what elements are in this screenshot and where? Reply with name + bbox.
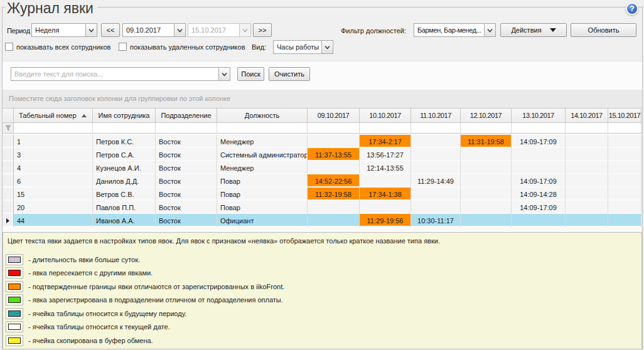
employee-number-cell[interactable]: 44 bbox=[14, 214, 93, 227]
employee-name-cell[interactable]: Павлов П.П. bbox=[93, 201, 156, 214]
attendance-cell[interactable] bbox=[411, 148, 461, 161]
attendance-cell[interactable]: 14:09-17:09 bbox=[512, 174, 566, 188]
attendance-cell[interactable] bbox=[566, 201, 608, 214]
filter-cell[interactable] bbox=[156, 123, 217, 133]
employee-department-cell[interactable]: Восток bbox=[156, 174, 217, 188]
filter-cell[interactable] bbox=[308, 123, 360, 133]
employee-position-cell[interactable]: Повар bbox=[217, 174, 308, 188]
employee-number-cell[interactable]: 6 bbox=[14, 174, 93, 188]
date-from-select[interactable]: 09.10.2017 bbox=[122, 23, 186, 37]
filter-cell[interactable] bbox=[217, 123, 308, 133]
filter-cell[interactable] bbox=[608, 123, 641, 133]
date-from-dropdown[interactable] bbox=[174, 24, 185, 36]
attendance-cell[interactable] bbox=[461, 201, 512, 214]
clear-button[interactable]: Очистить bbox=[269, 67, 310, 81]
employee-row[interactable]: 3Петров С.А.ВостокСистемный администрато… bbox=[3, 148, 641, 161]
attendance-cell[interactable] bbox=[608, 201, 641, 214]
filter-cell[interactable] bbox=[360, 123, 411, 133]
attendance-cell[interactable] bbox=[308, 201, 360, 214]
view-select[interactable]: Часы работы bbox=[273, 40, 333, 54]
attendance-cell[interactable] bbox=[566, 148, 608, 161]
attendance-cell[interactable] bbox=[308, 135, 360, 148]
filter-cell[interactable] bbox=[93, 123, 156, 133]
attendance-cell[interactable] bbox=[308, 161, 360, 174]
employee-name-cell[interactable]: Данилов Д.Д. bbox=[93, 174, 156, 188]
attendance-cell[interactable] bbox=[411, 188, 461, 201]
attendance-cell[interactable]: 11:31-19:58 bbox=[461, 135, 512, 148]
attendance-cell[interactable] bbox=[411, 201, 461, 214]
attendance-cell[interactable]: 14:09-17:09 bbox=[512, 201, 566, 214]
employee-number-cell[interactable]: 15 bbox=[14, 188, 93, 201]
employee-row[interactable]: 4Кузнецов А.И.ВостокМенеджер12:14-13:55 bbox=[3, 161, 641, 174]
attendance-cell[interactable] bbox=[608, 135, 641, 148]
attendance-cell[interactable]: 14:52-22:56 bbox=[308, 174, 360, 188]
filter-cell[interactable] bbox=[566, 123, 608, 133]
employee-row[interactable]: 1Петров К.С.ВостокМенеджер17:34-2:1711:3… bbox=[3, 135, 641, 148]
search-button[interactable]: Поиск bbox=[237, 67, 264, 81]
employee-number-cell[interactable]: 4 bbox=[14, 161, 93, 174]
attendance-cell[interactable] bbox=[308, 214, 360, 227]
attendance-cell[interactable]: 10:30-11:17 bbox=[411, 214, 461, 227]
employee-name-cell[interactable]: Кузнецов А.И. bbox=[93, 161, 156, 174]
attendance-cell[interactable]: 12:14-13:55 bbox=[360, 161, 411, 174]
column-header[interactable]: 13.10.2017 bbox=[512, 109, 566, 122]
employee-name-cell[interactable]: Ветров С.В. bbox=[93, 188, 156, 201]
filter-cell[interactable] bbox=[512, 123, 566, 133]
help-icon[interactable]: ? bbox=[626, 3, 638, 15]
employee-position-cell[interactable]: Повар bbox=[217, 201, 308, 214]
employee-department-cell[interactable]: Восток bbox=[156, 148, 217, 161]
attendance-cell[interactable] bbox=[360, 201, 411, 214]
attendance-cell[interactable] bbox=[608, 161, 641, 174]
attendance-cell[interactable] bbox=[461, 214, 512, 227]
employee-department-cell[interactable]: Восток bbox=[156, 188, 217, 201]
employee-department-cell[interactable]: Восток bbox=[156, 201, 217, 214]
employee-row[interactable]: 20Павлов П.П.ВостокПовар14:09-17:09 bbox=[3, 201, 641, 214]
next-period-button[interactable]: >> bbox=[253, 23, 272, 37]
filter-cell[interactable] bbox=[461, 123, 512, 133]
position-filter-dropdown[interactable] bbox=[484, 24, 495, 36]
attendance-cell[interactable] bbox=[608, 174, 641, 188]
column-header[interactable]: Табельный номер bbox=[14, 109, 93, 122]
search-input[interactable]: Введите текст для поиска... bbox=[11, 67, 230, 81]
column-header[interactable]: 12.10.2017 bbox=[461, 109, 512, 122]
attendance-cell[interactable] bbox=[411, 161, 461, 174]
column-header[interactable]: 15.10.2017 bbox=[608, 109, 641, 122]
refresh-button[interactable]: Обновить bbox=[571, 23, 636, 37]
employee-position-cell[interactable]: Менеджер bbox=[217, 161, 308, 174]
attendance-cell[interactable] bbox=[461, 148, 512, 161]
attendance-cell[interactable]: 13:56-17:27 bbox=[360, 148, 411, 161]
attendance-cell[interactable] bbox=[608, 188, 641, 201]
actions-button[interactable]: Действия bbox=[500, 23, 567, 37]
employee-row[interactable]: 44Иванов А.А.ВостокОфициант11:29-19:5610… bbox=[3, 214, 641, 227]
attendance-cell[interactable]: 11:32-19:58 bbox=[308, 188, 360, 201]
attendance-cell[interactable] bbox=[566, 174, 608, 188]
column-header[interactable]: Имя сотрудника bbox=[93, 109, 156, 122]
attendance-cell[interactable]: 11:29-14:49 bbox=[411, 174, 461, 188]
employee-number-cell[interactable]: 3 bbox=[14, 148, 93, 161]
employee-department-cell[interactable]: Восток bbox=[156, 161, 217, 174]
attendance-cell[interactable] bbox=[566, 135, 608, 148]
employee-name-cell[interactable]: Петров К.С. bbox=[93, 135, 156, 148]
attendance-cell[interactable] bbox=[512, 214, 566, 227]
attendance-cell[interactable] bbox=[461, 174, 512, 188]
column-header[interactable]: 14.10.2017 bbox=[566, 109, 608, 122]
attendance-cell[interactable]: 11:37-13:55 bbox=[308, 148, 360, 161]
column-header[interactable]: 11.10.2017 bbox=[411, 109, 461, 122]
attendance-cell[interactable] bbox=[461, 188, 512, 201]
employee-position-cell[interactable]: Официант bbox=[217, 214, 308, 227]
position-filter-select[interactable]: Бармен, Бар-менед... bbox=[414, 23, 496, 37]
employee-department-cell[interactable]: Восток bbox=[156, 135, 217, 148]
employee-position-cell[interactable]: Системный администратор bbox=[217, 148, 308, 161]
period-select-dropdown[interactable] bbox=[85, 24, 97, 36]
employee-number-cell[interactable]: 20 bbox=[14, 201, 93, 214]
employee-position-cell[interactable]: Повар bbox=[217, 188, 308, 201]
attendance-cell[interactable]: 14:09-17:09 bbox=[512, 135, 566, 148]
prev-period-button[interactable]: << bbox=[101, 23, 120, 37]
attendance-cell[interactable] bbox=[608, 148, 641, 161]
filter-cell[interactable] bbox=[411, 123, 461, 133]
attendance-cell[interactable] bbox=[608, 214, 641, 227]
employee-name-cell[interactable]: Петров С.А. bbox=[93, 148, 156, 161]
attendance-cell[interactable] bbox=[566, 214, 608, 227]
employee-row[interactable]: 6Данилов Д.Д.ВостокПовар14:52-22:5611:29… bbox=[3, 174, 641, 188]
attendance-cell[interactable] bbox=[360, 174, 411, 188]
